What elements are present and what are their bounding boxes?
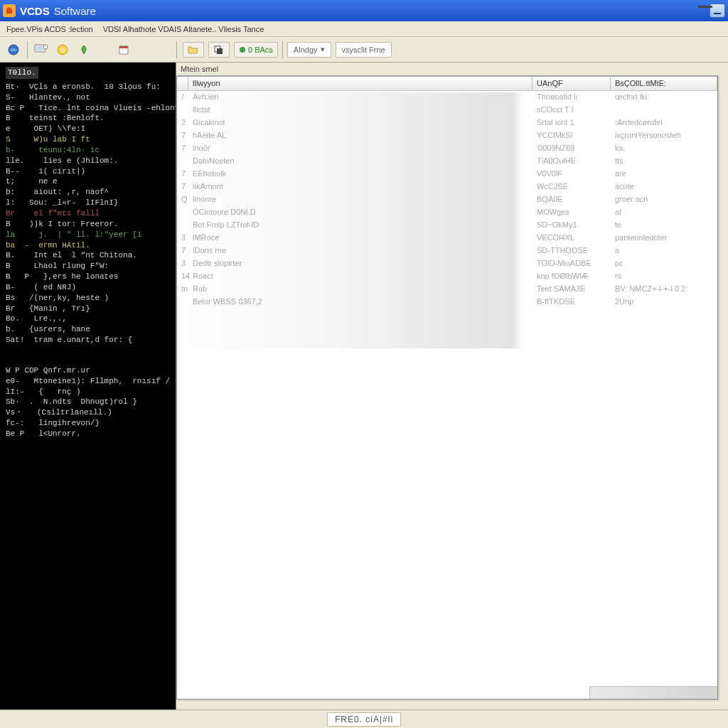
col-1[interactable]: lllwyyorı xyxy=(188,77,532,90)
table-cell: Belor WBSS 0367,2 xyxy=(188,296,532,309)
table-row[interactable]: QlinónreBQA0Egroer acn xyxy=(177,193,717,206)
record-button[interactable]: 0 BAcs xyxy=(234,42,278,58)
table-cell: linónre xyxy=(188,193,532,206)
table-cell: EEhotıolk xyxy=(188,168,532,181)
table-cell: likArnont xyxy=(188,181,532,193)
table-row[interactable]: OCintoore D0Nl.DMOWgesat xyxy=(177,206,717,219)
table-body: /AvřcieriThoøostid lıœcfnrt lki:llictsts… xyxy=(177,91,717,309)
table-cell: pc xyxy=(611,257,717,270)
table-cell: llictst xyxy=(188,104,532,117)
console-line: e OET) \\fe:I xyxy=(6,124,170,134)
table-row[interactable]: Belor WBSS 0367,2B-ffTKOSE2Unp xyxy=(177,296,717,309)
table-row[interactable]: 3Dedtr slopirterTOlD-MioADBEpc xyxy=(177,257,717,270)
table-cell: œcfnrt lki: xyxy=(611,91,717,104)
table-cell xyxy=(611,104,717,117)
table-row[interactable]: 7iDons rneSD-TTHOOSEa xyxy=(177,245,717,257)
console-line: Bc P Tice. lnt coina Vlueis -ehlon? xyxy=(6,103,170,114)
folder-open-button[interactable] xyxy=(183,42,204,58)
table-cell: ixçroniYersonosteh xyxy=(611,129,717,142)
coin-icon[interactable] xyxy=(55,42,70,58)
table-cell: SD~OkMy1 xyxy=(532,219,611,232)
table-cell: groer acn xyxy=(611,193,717,206)
table-cell: :Arrtedcørufel xyxy=(611,117,717,129)
chevron-down-icon: ▾ xyxy=(321,45,325,54)
table-cell: 2 xyxy=(177,117,188,129)
table-cell: SD-TTHOOSE xyxy=(532,245,611,257)
table-row[interactable]: 14Roactknp fOØlbWlÆrs xyxy=(177,270,717,283)
leaf-icon[interactable] xyxy=(76,42,92,58)
menu-bar: Fpee.VPis ACDS :lection VDSI Alhathote V… xyxy=(0,21,728,37)
table-header: lllwyyorı UAnQF BsÇOllL.ttMtE: xyxy=(177,77,717,91)
panel-resize-grip[interactable] xyxy=(589,686,717,699)
menu-item-1[interactable]: VDSI Alhathote VDAIS Altanete.. Vliesis … xyxy=(100,23,268,35)
table-cell: 7 xyxy=(177,168,188,181)
status-text: FRE0. ciA|#li xyxy=(327,712,401,727)
table-cell xyxy=(177,104,188,117)
table-cell: lMRoce xyxy=(188,232,532,245)
table-row[interactable]: 7EEhotıolkV0V0lFare xyxy=(177,168,717,181)
console-line: Be P l<Unrorr. xyxy=(6,429,170,439)
table-cell: Thoøostid lı xyxy=(532,91,611,104)
right-pane: Mtein smel lllwyyorı UAnQF BsÇOllL.ttMtE… xyxy=(176,63,728,710)
layers-button[interactable] xyxy=(208,42,230,58)
table-cell: 7 xyxy=(177,245,188,257)
console-line: Bs /(ner,ky, heste ) xyxy=(6,293,170,304)
console-line: B ))k I tor: Freeror. xyxy=(6,219,170,230)
dropdown-1[interactable]: Alndgy▾ xyxy=(287,42,331,58)
table-cell: Gicakinol xyxy=(188,117,532,129)
table-cell xyxy=(177,206,188,219)
table-row[interactable]: /AvřcieriThoøostid lıœcfnrt lki: xyxy=(177,91,717,104)
table-cell: '0009NZ69 xyxy=(532,142,611,155)
table-row[interactable]: 7likArnontWcCJSEacote xyxy=(177,181,717,193)
table-cell: Teet SAMA3E xyxy=(532,283,611,296)
table-row[interactable]: llictstsCOcct T İ xyxy=(177,104,717,117)
console-line: Bt· VÇls a eronsb. 10 3lǫus fu: xyxy=(6,82,170,92)
svg-point-12 xyxy=(240,47,245,53)
menu-item-0[interactable]: Fpee.VPis ACDS :lection xyxy=(3,23,97,35)
table-row[interactable]: 2GicakinolSrtal lont 1:Arrtedcørufel xyxy=(177,117,717,129)
table-row[interactable]: tnRobTeet SAMA3EBV: NMCZ+-l-+-l 0 2: xyxy=(177,283,717,296)
table-cell: 7 xyxy=(177,181,188,193)
globe-icon[interactable] xyxy=(6,42,21,58)
console-line: l: Sou: _l«r- lIFlnI} xyxy=(6,198,170,208)
table-cell: iDons rne xyxy=(188,245,532,257)
calendar-icon[interactable] xyxy=(116,42,132,58)
table-row[interactable]: 7lnoõr'0009NZ69ks. xyxy=(177,142,717,155)
table-row[interactable]: 3lMRoceVECOl4XLpanteonledoter xyxy=(177,232,717,245)
console-line: Br {Manin , Trı} xyxy=(6,304,170,314)
table-cell: ks. xyxy=(611,142,717,155)
table-cell: te xyxy=(611,219,717,232)
table-cell: tn xyxy=(177,283,188,296)
monitor-icon[interactable] xyxy=(33,42,49,58)
table-row[interactable]: 7hAeite ALYCClMkSlixçroniYersonosteh xyxy=(177,129,717,142)
svg-rect-11 xyxy=(217,48,223,54)
table-cell: Bot Frolp LZTrol-lD xyxy=(188,219,532,232)
table-cell: 3 xyxy=(177,232,188,245)
console-pane[interactable]: T0llo. Bt· VÇls a eronsb. 10 3lǫus fu:S-… xyxy=(0,63,176,710)
col-0[interactable] xyxy=(177,77,188,90)
window-title-main: VCDS xyxy=(20,5,50,17)
dash-icon[interactable] xyxy=(698,6,712,8)
table-cell: knp fOØlbWlÆ xyxy=(532,270,611,283)
table-row[interactable]: DabïNoetenTlA0OulHEtts xyxy=(177,155,717,168)
table-cell: BQA0E xyxy=(532,193,611,206)
record-button-label: 0 BAcs xyxy=(248,46,273,54)
col-2[interactable]: UAnQF xyxy=(532,77,611,90)
dropdown-2[interactable]: vsysclit Frne xyxy=(336,42,392,58)
table-cell: V0V0lF xyxy=(532,168,611,181)
console-line: b. {usrers, hane xyxy=(6,324,170,335)
data-panel: lllwyyorı UAnQF BsÇOllL.ttMtE: /Avřcieri… xyxy=(176,75,718,700)
col-3[interactable]: BsÇOllL.ttMtE: xyxy=(611,77,717,90)
table-cell: panteonledoter xyxy=(611,232,717,245)
table-cell: sCOcct T İ xyxy=(532,104,611,117)
app-icon xyxy=(3,4,16,17)
table-cell: at xyxy=(611,206,717,219)
table-cell: Q xyxy=(177,193,188,206)
title-bar: VCDS Software xyxy=(0,0,728,21)
table-cell: OCintoore D0Nl.D xyxy=(188,206,532,219)
console-line: S W)u lab I ft xyxy=(6,134,170,145)
console-sec2-header: W P CDP Qnfr.mr.ur xyxy=(6,365,170,376)
table-row[interactable]: Bot Frolp LZTrol-lDSD~OkMy1te xyxy=(177,219,717,232)
panel-label: Mtein smel xyxy=(176,63,728,75)
table-cell: Rob xyxy=(188,283,532,296)
